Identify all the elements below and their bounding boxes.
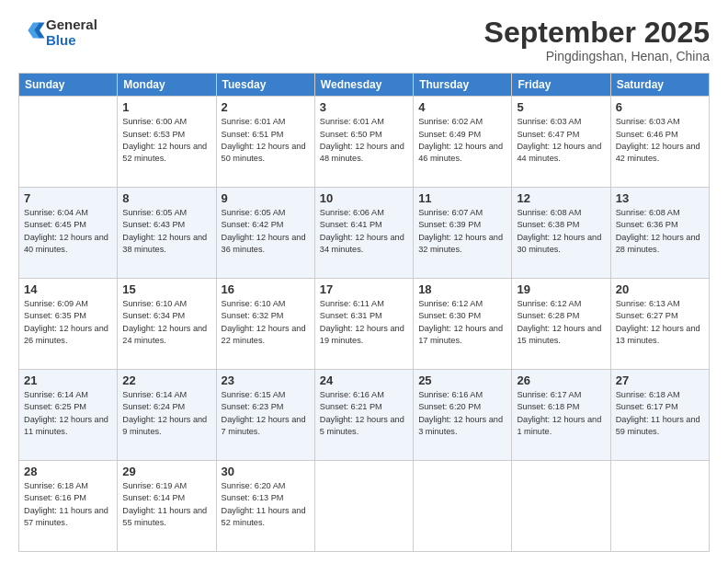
calendar-cell: 4Sunrise: 6:02 AMSunset: 6:49 PMDaylight… xyxy=(414,97,512,188)
day-number: 14 xyxy=(24,282,112,296)
day-info: Sunrise: 6:03 AMSunset: 6:46 PMDaylight:… xyxy=(616,116,704,165)
day-info: Sunrise: 6:19 AMSunset: 6:14 PMDaylight:… xyxy=(122,480,210,529)
day-number: 13 xyxy=(616,191,704,205)
day-info: Sunrise: 6:08 AMSunset: 6:36 PMDaylight:… xyxy=(616,207,704,256)
day-number: 27 xyxy=(616,373,704,387)
day-number: 11 xyxy=(418,191,506,205)
day-number: 24 xyxy=(320,373,408,387)
day-info: Sunrise: 6:14 AMSunset: 6:24 PMDaylight:… xyxy=(122,389,210,438)
location: Pingdingshan, Henan, China xyxy=(484,49,710,63)
day-number: 3 xyxy=(320,100,408,114)
day-number: 19 xyxy=(517,282,605,296)
day-number: 25 xyxy=(418,373,506,387)
calendar-cell: 27Sunrise: 6:18 AMSunset: 6:17 PMDayligh… xyxy=(610,370,709,461)
calendar-cell xyxy=(414,461,512,552)
calendar-cell: 14Sunrise: 6:09 AMSunset: 6:35 PMDayligh… xyxy=(19,279,118,370)
day-number: 6 xyxy=(616,100,704,114)
week-row-4: 21Sunrise: 6:14 AMSunset: 6:25 PMDayligh… xyxy=(19,370,710,461)
calendar-cell xyxy=(19,97,118,188)
day-info: Sunrise: 6:04 AMSunset: 6:45 PMDaylight:… xyxy=(24,207,112,256)
day-number: 26 xyxy=(517,373,605,387)
calendar-cell: 11Sunrise: 6:07 AMSunset: 6:39 PMDayligh… xyxy=(414,188,512,279)
day-number: 7 xyxy=(24,191,112,205)
day-number: 28 xyxy=(24,465,112,478)
day-info: Sunrise: 6:10 AMSunset: 6:34 PMDaylight:… xyxy=(122,298,210,347)
day-info: Sunrise: 6:13 AMSunset: 6:27 PMDaylight:… xyxy=(616,298,704,347)
calendar-cell: 12Sunrise: 6:08 AMSunset: 6:38 PMDayligh… xyxy=(512,188,610,279)
col-header-friday: Friday xyxy=(512,74,610,97)
calendar-cell: 10Sunrise: 6:06 AMSunset: 6:41 PMDayligh… xyxy=(314,188,413,279)
calendar-cell: 9Sunrise: 6:05 AMSunset: 6:42 PMDaylight… xyxy=(216,188,314,279)
col-header-thursday: Thursday xyxy=(414,74,512,97)
day-number: 8 xyxy=(122,191,210,205)
col-header-wednesday: Wednesday xyxy=(314,74,413,97)
col-header-sunday: Sunday xyxy=(19,74,118,97)
day-info: Sunrise: 6:06 AMSunset: 6:41 PMDaylight:… xyxy=(320,207,408,256)
calendar-cell xyxy=(512,461,610,552)
col-header-tuesday: Tuesday xyxy=(216,74,314,97)
day-info: Sunrise: 6:20 AMSunset: 6:13 PMDaylight:… xyxy=(222,480,310,529)
day-info: Sunrise: 6:08 AMSunset: 6:38 PMDaylight:… xyxy=(517,207,605,256)
calendar-cell: 19Sunrise: 6:12 AMSunset: 6:28 PMDayligh… xyxy=(512,279,610,370)
day-number: 20 xyxy=(616,282,704,296)
calendar-cell: 25Sunrise: 6:16 AMSunset: 6:20 PMDayligh… xyxy=(414,370,512,461)
calendar-cell: 3Sunrise: 6:01 AMSunset: 6:50 PMDaylight… xyxy=(314,97,413,188)
day-number: 30 xyxy=(222,465,310,478)
calendar-cell: 17Sunrise: 6:11 AMSunset: 6:31 PMDayligh… xyxy=(314,279,413,370)
logo-icon xyxy=(20,17,46,43)
day-info: Sunrise: 6:01 AMSunset: 6:50 PMDaylight:… xyxy=(320,116,408,165)
calendar-cell: 28Sunrise: 6:18 AMSunset: 6:16 PMDayligh… xyxy=(19,461,118,552)
calendar-cell: 21Sunrise: 6:14 AMSunset: 6:25 PMDayligh… xyxy=(19,370,118,461)
day-info: Sunrise: 6:12 AMSunset: 6:28 PMDaylight:… xyxy=(517,298,605,347)
calendar-cell: 5Sunrise: 6:03 AMSunset: 6:47 PMDaylight… xyxy=(512,97,610,188)
logo-line1: General xyxy=(46,17,97,32)
page: General Blue September 2025 Pingdingshan… xyxy=(0,0,728,563)
day-info: Sunrise: 6:16 AMSunset: 6:20 PMDaylight:… xyxy=(418,389,506,438)
day-number: 22 xyxy=(122,373,210,387)
day-number: 10 xyxy=(320,191,408,205)
day-number: 21 xyxy=(24,373,112,387)
calendar-cell: 29Sunrise: 6:19 AMSunset: 6:14 PMDayligh… xyxy=(118,461,216,552)
day-info: Sunrise: 6:05 AMSunset: 6:42 PMDaylight:… xyxy=(222,207,310,256)
calendar-table: SundayMondayTuesdayWednesdayThursdayFrid… xyxy=(18,73,710,552)
day-number: 12 xyxy=(517,191,605,205)
logo-line2: Blue xyxy=(46,32,97,48)
week-row-2: 7Sunrise: 6:04 AMSunset: 6:45 PMDaylight… xyxy=(19,188,710,279)
day-info: Sunrise: 6:11 AMSunset: 6:31 PMDaylight:… xyxy=(320,298,408,347)
week-row-5: 28Sunrise: 6:18 AMSunset: 6:16 PMDayligh… xyxy=(19,461,710,552)
calendar-cell: 30Sunrise: 6:20 AMSunset: 6:13 PMDayligh… xyxy=(216,461,314,552)
day-number: 15 xyxy=(122,282,210,296)
calendar-cell: 23Sunrise: 6:15 AMSunset: 6:23 PMDayligh… xyxy=(216,370,314,461)
calendar-cell: 24Sunrise: 6:16 AMSunset: 6:21 PMDayligh… xyxy=(314,370,413,461)
day-info: Sunrise: 6:17 AMSunset: 6:18 PMDaylight:… xyxy=(517,389,605,438)
day-info: Sunrise: 6:02 AMSunset: 6:49 PMDaylight:… xyxy=(418,116,506,165)
day-number: 2 xyxy=(222,100,310,114)
col-header-monday: Monday xyxy=(118,74,216,97)
day-info: Sunrise: 6:09 AMSunset: 6:35 PMDaylight:… xyxy=(24,298,112,347)
calendar-cell: 22Sunrise: 6:14 AMSunset: 6:24 PMDayligh… xyxy=(118,370,216,461)
day-number: 9 xyxy=(222,191,310,205)
day-info: Sunrise: 6:12 AMSunset: 6:30 PMDaylight:… xyxy=(418,298,506,347)
col-header-saturday: Saturday xyxy=(610,74,709,97)
calendar-cell: 20Sunrise: 6:13 AMSunset: 6:27 PMDayligh… xyxy=(610,279,709,370)
day-info: Sunrise: 6:14 AMSunset: 6:25 PMDaylight:… xyxy=(24,389,112,438)
calendar-cell: 26Sunrise: 6:17 AMSunset: 6:18 PMDayligh… xyxy=(512,370,610,461)
day-info: Sunrise: 6:18 AMSunset: 6:17 PMDaylight:… xyxy=(616,389,704,438)
day-number: 17 xyxy=(320,282,408,296)
day-info: Sunrise: 6:03 AMSunset: 6:47 PMDaylight:… xyxy=(517,116,605,165)
header: General Blue September 2025 Pingdingshan… xyxy=(18,17,710,63)
day-info: Sunrise: 6:10 AMSunset: 6:32 PMDaylight:… xyxy=(222,298,310,347)
calendar-cell: 6Sunrise: 6:03 AMSunset: 6:46 PMDaylight… xyxy=(610,97,709,188)
day-number: 5 xyxy=(517,100,605,114)
day-info: Sunrise: 6:01 AMSunset: 6:51 PMDaylight:… xyxy=(222,116,310,165)
day-number: 23 xyxy=(222,373,310,387)
calendar-cell: 7Sunrise: 6:04 AMSunset: 6:45 PMDaylight… xyxy=(19,188,118,279)
calendar-cell: 16Sunrise: 6:10 AMSunset: 6:32 PMDayligh… xyxy=(216,279,314,370)
day-info: Sunrise: 6:16 AMSunset: 6:21 PMDaylight:… xyxy=(320,389,408,438)
week-row-3: 14Sunrise: 6:09 AMSunset: 6:35 PMDayligh… xyxy=(19,279,710,370)
calendar-cell: 2Sunrise: 6:01 AMSunset: 6:51 PMDaylight… xyxy=(216,97,314,188)
logo: General Blue xyxy=(18,17,97,49)
calendar-cell: 18Sunrise: 6:12 AMSunset: 6:30 PMDayligh… xyxy=(414,279,512,370)
calendar-cell: 15Sunrise: 6:10 AMSunset: 6:34 PMDayligh… xyxy=(118,279,216,370)
day-number: 4 xyxy=(418,100,506,114)
